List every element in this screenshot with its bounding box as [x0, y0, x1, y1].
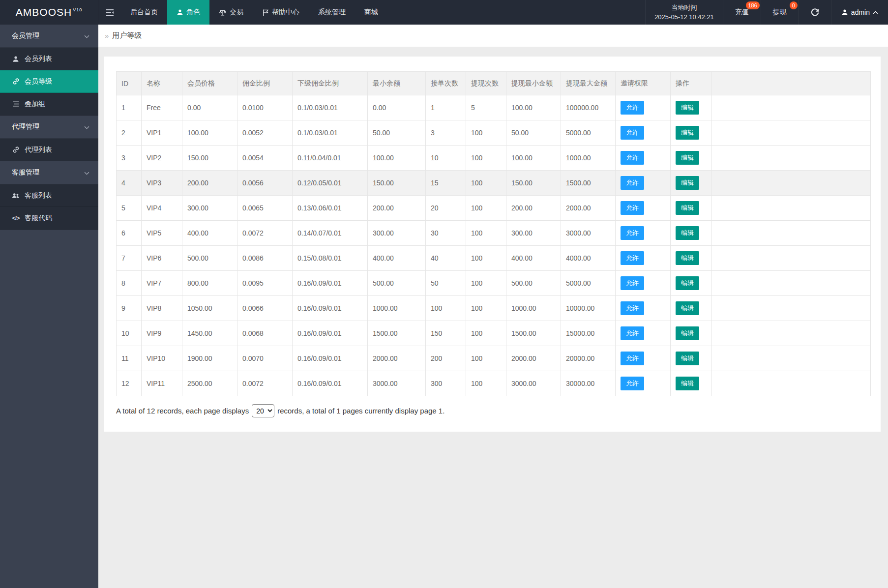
refresh-button[interactable]: [799, 0, 831, 25]
top-nav-item-label: 角色: [186, 8, 200, 17]
cell-commission: 0.0052: [237, 120, 293, 146]
allow-button[interactable]: 允许: [621, 326, 644, 340]
cell-orders: 1: [426, 95, 466, 120]
cell-orders: 50: [426, 271, 466, 296]
sidebar-item-2-0[interactable]: 客服列表: [0, 184, 98, 207]
recharge-label: 充值: [735, 8, 749, 17]
column-header: 名称: [142, 72, 182, 95]
top-nav-item-0[interactable]: 后台首页: [121, 0, 167, 25]
cell-min_balance: 3000.00: [368, 371, 426, 396]
cell-withdraw_times: 100: [466, 246, 506, 271]
allow-button[interactable]: 允许: [621, 151, 644, 165]
cell-id: 4: [117, 171, 142, 196]
column-header: 接单次数: [426, 72, 466, 95]
hamburger-icon: [106, 9, 114, 16]
cell-invite-permission: 允许: [616, 271, 671, 296]
cell-commission: 0.0068: [237, 321, 293, 346]
sidebar-item-label: 叠加组: [25, 100, 45, 109]
allow-button[interactable]: 允许: [621, 377, 644, 390]
edit-button[interactable]: 编辑: [676, 251, 699, 265]
allow-button[interactable]: 允许: [621, 176, 644, 190]
sidebar-item-1-0[interactable]: 代理列表: [0, 139, 98, 161]
cell-empty: [712, 271, 871, 296]
sidebar-group-label: 会员管理: [12, 31, 39, 40]
edit-button[interactable]: 编辑: [676, 352, 699, 365]
sidebar-item-0-1[interactable]: 会员等级: [0, 70, 98, 93]
allow-button[interactable]: 允许: [621, 301, 644, 315]
cell-id: 12: [117, 371, 142, 396]
cell-sub_commission: 0.16/0.09/0.01: [293, 321, 368, 346]
app-logo: AMBOOSHV10: [0, 0, 98, 25]
allow-button[interactable]: 允许: [621, 201, 644, 215]
cell-min_balance: 50.00: [368, 120, 426, 146]
cell-invite-permission: 允许: [616, 321, 671, 346]
cell-price: 500.00: [182, 246, 237, 271]
top-nav-item-2[interactable]: 交易: [209, 0, 253, 25]
cell-id: 6: [117, 221, 142, 246]
sidebar-group-2[interactable]: 客服管理: [0, 161, 98, 184]
list-icon: [12, 101, 20, 107]
page-size-select[interactable]: 20: [252, 404, 274, 417]
cell-sub_commission: 0.1/0.03/0.01: [293, 120, 368, 146]
cell-empty: [712, 296, 871, 321]
edit-button[interactable]: 编辑: [676, 176, 699, 190]
allow-button[interactable]: 允许: [621, 251, 644, 265]
edit-button[interactable]: 编辑: [676, 226, 699, 240]
cell-max_withdraw: 5000.00: [561, 271, 616, 296]
cell-min_balance: 0.00: [368, 95, 426, 120]
cell-name: Free: [142, 95, 182, 120]
edit-button[interactable]: 编辑: [676, 101, 699, 115]
cell-empty: [712, 221, 871, 246]
top-nav-item-1[interactable]: 角色: [167, 0, 209, 25]
top-nav-item-3[interactable]: 帮助中心: [253, 0, 309, 25]
edit-button[interactable]: 编辑: [676, 151, 699, 165]
top-nav: 后台首页角色交易帮助中心系统管理商城: [121, 0, 387, 25]
cell-name: VIP10: [142, 346, 182, 371]
sidebar-toggle-button[interactable]: [98, 0, 121, 25]
edit-button[interactable]: 编辑: [676, 126, 699, 140]
edit-button[interactable]: 编辑: [676, 201, 699, 215]
top-nav-item-label: 交易: [230, 8, 243, 17]
recharge-button[interactable]: 充值 186: [723, 0, 761, 25]
edit-button[interactable]: 编辑: [676, 377, 699, 390]
pagination-text-after: records, a total of 1 pages currently di…: [277, 407, 444, 415]
allow-button[interactable]: 允许: [621, 126, 644, 140]
sidebar-item-0-0[interactable]: 会员列表: [0, 48, 98, 70]
cell-actions: 编辑: [671, 120, 712, 146]
allow-button[interactable]: 允许: [621, 276, 644, 290]
cell-actions: 编辑: [671, 296, 712, 321]
cell-actions: 编辑: [671, 196, 712, 221]
link-icon: [12, 146, 20, 153]
table-row: 12VIP112500.000.00720.16/0.09/0.013000.0…: [117, 371, 871, 396]
sidebar-group-0[interactable]: 会员管理: [0, 25, 98, 48]
top-nav-item-4[interactable]: 系统管理: [309, 0, 355, 25]
brand-name: AMBOOSH: [16, 6, 72, 18]
allow-button[interactable]: 允许: [621, 226, 644, 240]
withdraw-button[interactable]: 提现 0: [761, 0, 799, 25]
edit-button[interactable]: 编辑: [676, 276, 699, 290]
column-header: 邀请权限: [616, 72, 671, 95]
sidebar-item-2-1[interactable]: </>客服代码: [0, 207, 98, 230]
edit-button[interactable]: 编辑: [676, 326, 699, 340]
user-menu[interactable]: admin: [831, 0, 888, 25]
table-row: 10VIP91450.000.00680.16/0.09/0.011500.00…: [117, 321, 871, 346]
content-card: ID名称会员价格佣金比例下级佣金比例最小余额接单次数提现次数提现最小金额提现最大…: [104, 57, 881, 432]
cell-min_withdraw: 2000.00: [506, 346, 561, 371]
cell-price: 1450.00: [182, 321, 237, 346]
sidebar-item-0-2[interactable]: 叠加组: [0, 93, 98, 116]
sidebar-item-label: 代理列表: [25, 146, 52, 154]
cell-price: 200.00: [182, 171, 237, 196]
cell-min_balance: 2000.00: [368, 346, 426, 371]
top-nav-item-5[interactable]: 商城: [355, 0, 387, 25]
cell-id: 7: [117, 246, 142, 271]
column-header: 提现最大金额: [561, 72, 616, 95]
allow-button[interactable]: 允许: [621, 352, 644, 365]
cell-name: VIP4: [142, 196, 182, 221]
allow-button[interactable]: 允许: [621, 101, 644, 115]
sidebar-group-1[interactable]: 代理管理: [0, 116, 98, 139]
scales-icon: [219, 9, 227, 16]
main-content: ID名称会员价格佣金比例下级佣金比例最小余额接单次数提现次数提现最小金额提现最大…: [98, 47, 888, 588]
cell-withdraw_times: 5: [466, 95, 506, 120]
cell-orders: 40: [426, 246, 466, 271]
edit-button[interactable]: 编辑: [676, 301, 699, 315]
